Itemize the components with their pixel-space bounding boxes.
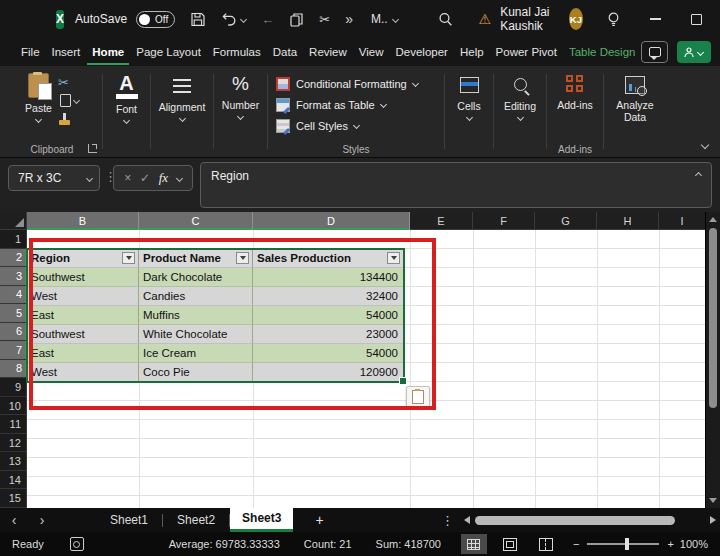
scroll-down-icon[interactable] [709, 498, 717, 503]
number-group-button[interactable]: % Number [214, 66, 267, 157]
user-name[interactable]: Kunal Jai Kaushik [500, 5, 560, 33]
page-layout-view-button[interactable] [497, 534, 523, 554]
tab-data[interactable]: Data [268, 39, 302, 65]
tab-formulas[interactable]: Formulas [208, 39, 266, 65]
zoom-in-button[interactable]: + [667, 538, 673, 550]
vertical-scroll-thumb[interactable] [709, 228, 717, 408]
alignment-group-button[interactable]: Alignment [151, 66, 213, 157]
column-header-b[interactable]: B [27, 212, 139, 230]
editing-group-button[interactable]: Editing [494, 66, 546, 157]
cut-icon[interactable]: ✂ [319, 12, 330, 27]
new-sheet-button[interactable]: + [315, 512, 323, 528]
warning-icon[interactable]: ⚠ [479, 11, 492, 27]
horizontal-scrollbar[interactable] [464, 516, 716, 525]
search-icon[interactable] [438, 12, 453, 27]
sheet-tab-sheet2[interactable]: Sheet2 [163, 508, 229, 532]
format-as-table-button[interactable]: Format as Table [276, 94, 386, 115]
row-header-13[interactable]: 13 [0, 452, 27, 471]
autosave-toggle[interactable]: Off [136, 11, 175, 28]
maximize-button[interactable] [691, 12, 702, 26]
row-header-12[interactable]: 12 [0, 434, 27, 453]
cell-styles-button[interactable]: Cell Styles [276, 115, 359, 136]
row-header-8[interactable]: 8 [0, 360, 27, 379]
row-header-9[interactable]: 9 [0, 378, 27, 397]
row-header-14[interactable]: 14 [0, 471, 27, 490]
filter-dropdown-icon[interactable] [387, 252, 400, 264]
tab-review[interactable]: Review [304, 39, 352, 65]
minimize-button[interactable] [650, 12, 661, 26]
undo-button[interactable] [221, 12, 246, 26]
name-box-dropdown-icon[interactable] [86, 174, 93, 181]
column-header-i[interactable]: I [659, 212, 706, 230]
zoom-level[interactable]: 100% [680, 538, 708, 550]
cell-b3[interactable]: Southwest [27, 268, 139, 287]
collapse-ribbon-icon[interactable] [701, 141, 709, 149]
cell-b5[interactable]: East [27, 306, 139, 325]
tab-page-layout[interactable]: Page Layout [131, 39, 206, 65]
insert-function-icon[interactable]: fx [159, 170, 168, 186]
sheet-options-icon[interactable]: ⋮ [441, 513, 454, 528]
column-header-e[interactable]: E [410, 212, 473, 230]
column-header-h[interactable]: H [597, 212, 659, 230]
column-header-c[interactable]: C [139, 212, 253, 230]
horizontal-scroll-thumb[interactable] [475, 516, 675, 525]
row-header-11[interactable]: 11 [0, 415, 27, 434]
format-painter-button[interactable] [58, 111, 71, 126]
redo-icon[interactable]: ← [261, 12, 274, 27]
vertical-scrollbar[interactable] [705, 212, 720, 508]
lightbulb-icon[interactable] [607, 12, 620, 26]
enter-icon[interactable]: ✓ [140, 171, 150, 185]
conditional-formatting-button[interactable]: Conditional Formatting [276, 73, 418, 94]
paste-button[interactable]: Paste [25, 73, 52, 122]
scroll-right-icon[interactable] [710, 516, 716, 524]
addins-button[interactable]: Add-ins Add-ins [547, 66, 603, 157]
quick-access-overflow-icon[interactable]: » [345, 11, 353, 27]
tab-table-design[interactable]: Table Design [564, 39, 640, 65]
cell-c3[interactable]: Dark Chocolate [139, 268, 253, 287]
font-group-button[interactable]: A Font [103, 66, 150, 157]
avatar[interactable]: KJ [569, 8, 583, 30]
macro-record-icon[interactable] [70, 537, 84, 551]
zoom-slider[interactable] [587, 543, 659, 545]
column-header-g[interactable]: G [535, 212, 597, 230]
analyze-data-button[interactable]: Analyze Data [604, 66, 666, 157]
sheet-tab-sheet3[interactable]: Sheet3 [230, 508, 293, 532]
formula-bar-input[interactable]: Region [200, 162, 712, 208]
cell-c6[interactable]: White Chocolate [139, 325, 253, 344]
collapse-formula-bar-icon[interactable] [695, 172, 702, 179]
row-header-3[interactable]: 3 [0, 267, 27, 286]
normal-view-button[interactable] [461, 534, 487, 554]
tab-insert[interactable]: Insert [47, 39, 86, 65]
row-header-5[interactable]: 5 [0, 304, 27, 323]
fx-dropdown-icon[interactable] [176, 174, 183, 181]
paste-options-button[interactable] [406, 386, 430, 408]
clipboard-dialog-launcher-icon[interactable] [88, 144, 97, 153]
page-break-view-button[interactable] [533, 534, 559, 554]
cell-c5[interactable]: Muffins [139, 306, 253, 325]
cell-b4[interactable]: West [27, 287, 139, 306]
row-header-1[interactable]: 1 [0, 230, 27, 249]
tab-developer[interactable]: Developer [391, 39, 453, 65]
cell-d5[interactable]: 54000 [253, 306, 404, 325]
select-all-corner[interactable] [0, 212, 27, 230]
column-header-d[interactable]: D [253, 212, 410, 230]
cell-d2[interactable]: Sales Production [253, 249, 404, 268]
cell-d4[interactable]: 32400 [253, 287, 404, 306]
row-header-10[interactable]: 10 [0, 397, 27, 416]
cell-d6[interactable]: 23000 [253, 325, 404, 344]
sheet-tab-sheet1[interactable]: Sheet1 [96, 508, 162, 532]
row-header-2[interactable]: 2 [0, 249, 27, 268]
zoom-out-button[interactable]: − [573, 538, 579, 550]
cut-button[interactable]: ✂ [58, 75, 69, 90]
cell-c8[interactable]: Coco Pie [139, 363, 253, 382]
cells-group-button[interactable]: Cells [445, 66, 493, 157]
scroll-left-icon[interactable] [464, 516, 470, 524]
cell-b7[interactable]: East [27, 344, 139, 363]
cell-b6[interactable]: Southwest [27, 325, 139, 344]
tab-help[interactable]: Help [455, 39, 489, 65]
copy-icon[interactable] [289, 12, 304, 27]
copy-button[interactable] [58, 93, 79, 108]
next-sheet-icon[interactable]: › [28, 512, 56, 528]
tab-file[interactable]: File [16, 39, 45, 65]
save-icon[interactable] [190, 12, 206, 27]
